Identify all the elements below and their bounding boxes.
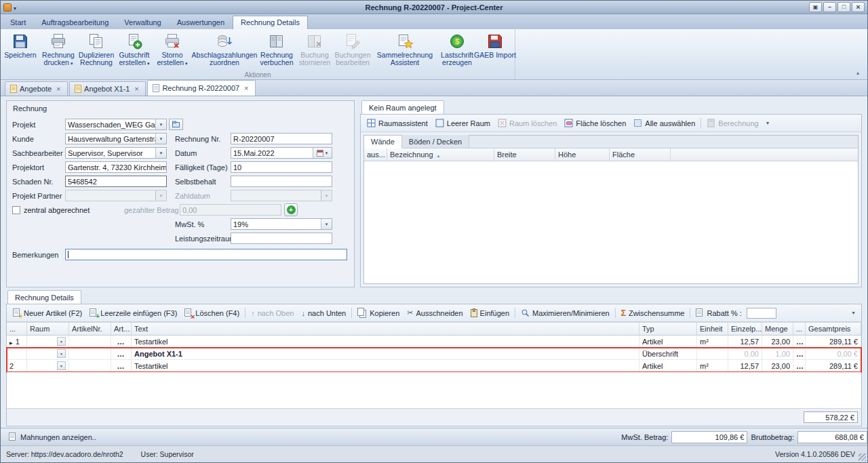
table-row[interactable]: Angebot X1-1 Überschrift 0,00 1,00 0,00 … [7,348,861,360]
einfuegen-button[interactable]: Einfügen [467,308,513,319]
close-tab-icon[interactable] [242,84,250,92]
column-header[interactable]: ... [793,323,806,335]
room-panel-tab[interactable]: Kein Raum angelegt [361,100,444,114]
doc-tab-angebote[interactable]: Angebote [5,81,68,96]
sachbearbeiter-select[interactable]: Supervisor, Supervisor [65,147,167,159]
mahnungen-anzeigen-button[interactable]: Mahnungen anzeigen.. [5,431,100,443]
ellipsis-button[interactable] [796,340,804,344]
datum-input[interactable]: 15.Mai.2022 [231,147,332,159]
raum-dropdown-icon[interactable] [57,349,66,358]
quick-access-dropdown-icon[interactable] [14,3,16,12]
close-tab-icon[interactable] [54,85,62,93]
ribbon-tab-rechnung-details[interactable]: Rechnung Details [233,16,308,29]
chevron-down-icon[interactable] [321,219,332,229]
ribbon-tab-auftragsbearbeitung[interactable]: Auftragsbearbeitung [34,16,116,29]
column-header-typ[interactable]: Typ [639,323,697,335]
projektort-input[interactable]: Gartenstr. 4, 73230 Kirchheim [65,161,167,173]
mwst-select[interactable]: 19% [231,218,332,230]
ellipsis-button[interactable] [796,364,804,368]
column-header[interactable]: ... [7,323,27,335]
resize-grip[interactable] [859,454,866,461]
maximieren-minimieren-button[interactable]: Maximieren/Minimieren [517,307,613,319]
nach-unten-button[interactable]: nach Unten [298,308,349,319]
bemerkungen-input[interactable] [65,249,347,260]
ellipsis-button[interactable] [117,340,125,344]
column-header-art[interactable]: Art... [111,323,132,335]
maximize-button[interactable] [837,2,850,12]
add-payment-button[interactable] [284,203,298,216]
raum-dropdown-icon[interactable] [57,361,66,370]
column-header-einheit[interactable]: Einheit [697,323,728,335]
column-header[interactable]: aus... [364,148,387,161]
faelligkeit-input[interactable]: 10 [231,161,332,173]
kopieren-button[interactable]: Kopieren [354,306,403,319]
table-row[interactable]: 1 Testartikel Artikel m² 12,57 23,00 289… [7,336,861,348]
column-header-gesamtpreis[interactable]: Gesamtpreis [806,323,861,335]
rechnung-drucken-button[interactable]: Rechnung drucken [39,30,77,71]
kunde-select[interactable]: Hausverwaltung Gartenstraße [65,133,167,144]
column-header-breite[interactable]: Breite [494,148,555,161]
subtab-waende[interactable]: Wände [364,136,402,148]
close-button[interactable] [852,2,865,12]
ellipsis-button[interactable] [117,364,125,368]
ausschneiden-button[interactable]: Ausschneiden [403,307,466,319]
ribbon-collapse-icon[interactable] [852,68,863,77]
doc-tab-rechnung-r-20220007[interactable]: Rechnung R-20220007 [147,80,256,96]
column-header-menge[interactable]: Menge [762,323,793,335]
ribbon-tab-auswertungen[interactable]: Auswertungen [170,16,232,29]
column-header-text[interactable]: Text [132,323,639,335]
chevron-down-icon[interactable] [155,119,166,129]
lastschrift-erzeugen-button[interactable]: $ Lastschrift erzeugen [438,30,476,71]
column-header-artikelnr[interactable]: ArtikelNr. [69,323,111,335]
zwischensumme-button[interactable]: Zwischensumme [618,307,688,319]
ribbon-tab-start[interactable]: Start [3,16,33,29]
column-header-einzelpreis[interactable]: Einzelp... [728,323,762,335]
raumassistent-button[interactable]: Raumassistent [363,117,431,129]
subtab-boeden-decken[interactable]: Böden / Decken [402,135,469,148]
gutschrift-erstellen-button[interactable]: Gutschrift erstellen [115,30,153,71]
duplizieren-rechnung-button[interactable]: Duplizieren Rechnung [77,30,115,71]
close-tab-icon[interactable] [132,85,140,93]
gaeb-import-button[interactable]: GAEB Import [476,30,514,71]
zentral-abgerechnet-checkbox[interactable] [12,206,20,214]
calendar-dropdown-icon[interactable] [313,148,332,158]
leerzeile-einfuegen-button[interactable]: Leerzeile einfügen (F3) [86,307,180,319]
ellipsis-button[interactable] [796,352,804,356]
column-header-raum[interactable]: Raum [27,323,69,335]
schaden-nr-input[interactable]: 5468542 [65,176,167,187]
column-header-flaeche[interactable]: Fläche [610,148,671,161]
leistungszeitraum-input[interactable] [231,233,332,244]
doc-tab-angebot-x1-1[interactable]: Angebot X1-1 [69,81,146,96]
minimize-button[interactable] [823,2,836,12]
neuer-artikel-button[interactable]: Neuer Artikel (F2) [9,307,85,319]
rechnung-verbuchen-button[interactable]: Rechnung verbuchen [258,30,296,71]
selbstbehalt-input[interactable] [231,176,332,187]
flaeche-loeschen-button[interactable]: Fläche löschen [561,117,629,129]
alle-auswaehlen-button[interactable]: Alle auswählen [630,117,698,129]
rabatt-input[interactable] [747,308,776,319]
rechnung-details-tab[interactable]: Rechnung Details [7,290,81,304]
details-grid-empty-area[interactable] [7,372,861,408]
ribbon-tab-bar: Start Auftragsbearbeitung Verwaltung Aus… [1,14,867,29]
sammelrechnung-assistent-button[interactable]: Sammelrechnung Assistent [372,30,438,71]
raum-dropdown-icon[interactable] [57,337,66,346]
leerer-raum-button[interactable]: Leerer Raum [432,117,494,129]
ellipsis-button[interactable] [117,352,125,356]
window-style-button[interactable] [809,2,822,12]
room-grid-body[interactable] [364,161,858,283]
rechnung-nr-input[interactable]: R-20220007 [231,133,332,144]
loeschen-button[interactable]: Löschen (F4) [181,307,243,319]
chevron-down-icon[interactable] [155,148,166,158]
toolbar-overflow-icon[interactable] [848,307,859,319]
table-row[interactable]: 2 Testartikel Artikel m² 12,57 23,00 289… [7,360,861,372]
speichern-button[interactable]: Speichern [1,30,39,71]
projekt-open-button[interactable] [169,119,183,130]
abschlagszahlungen-zuordnen-button[interactable]: Abschlagszahlungen zuordnen [191,30,258,71]
column-header-hoehe[interactable]: Höhe [555,148,610,161]
chevron-down-icon[interactable] [155,134,166,144]
ribbon-tab-verwaltung[interactable]: Verwaltung [117,16,168,29]
storno-erstellen-button[interactable]: Storno erstellen [153,30,191,71]
berechnung-dropdown-icon[interactable] [763,117,773,129]
projekt-select[interactable]: Wasserschaden_WEG Garte... [65,119,167,130]
column-header-bezeichnung[interactable]: Bezeichnung [387,148,494,161]
